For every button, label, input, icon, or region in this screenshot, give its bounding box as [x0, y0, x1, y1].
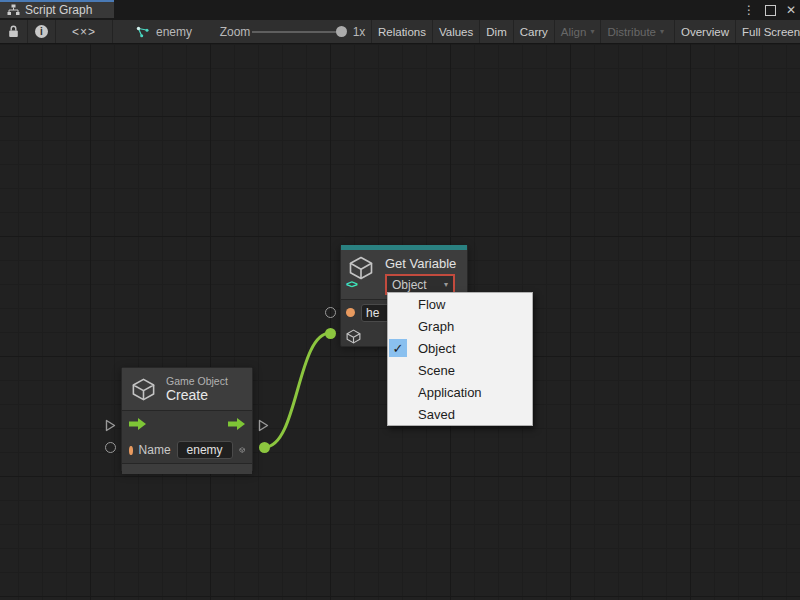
- code-view-button[interactable]: <×>: [56, 20, 112, 43]
- get-variable-output-port-connected[interactable]: [325, 328, 336, 339]
- chevron-down-icon: ▾: [590, 27, 594, 36]
- script-graph-asset-icon: [136, 26, 150, 38]
- graph-name: enemy: [156, 25, 192, 39]
- graph-hierarchy-icon: [7, 4, 20, 16]
- get-variable-title: Get Variable: [385, 256, 456, 271]
- zoom-label-wrap: Zoom: [218, 20, 252, 43]
- zoom-slider-track[interactable]: [252, 31, 343, 33]
- create-node-footer: [122, 463, 252, 474]
- menu-item-graph[interactable]: Graph: [388, 315, 532, 337]
- variable-scope-menu: Flow Graph ✓ Object Scene Application Sa…: [387, 292, 533, 426]
- window-controls: ⋮ ✕: [743, 0, 796, 20]
- title-bar: Script Graph ⋮ ✕: [0, 0, 800, 20]
- check-icon: ✓: [389, 339, 407, 357]
- align-button[interactable]: Align ▾: [554, 20, 601, 43]
- create-node-header: Game Object Create: [122, 368, 252, 411]
- lock-icon: [8, 25, 19, 38]
- relations-button[interactable]: Relations: [371, 20, 432, 43]
- chevron-down-icon: ▾: [444, 280, 448, 289]
- menu-item-flow[interactable]: Flow: [388, 293, 532, 315]
- full-screen-button[interactable]: Full Screen: [735, 20, 800, 43]
- info-button[interactable]: i: [28, 20, 55, 43]
- script-graph-window: Script Graph ⋮ ✕ i <×>: [0, 0, 800, 600]
- cube-icon: [130, 376, 157, 403]
- flow-input-arrow-icon[interactable]: [129, 418, 146, 430]
- flow-row: [122, 411, 252, 437]
- tab-title: Script Graph: [25, 3, 92, 17]
- window-close-icon[interactable]: ✕: [786, 0, 796, 20]
- create-object-output-port-connected[interactable]: [259, 442, 270, 453]
- window-menu-icon[interactable]: ⋮: [743, 0, 755, 20]
- zoom-value-wrap: 1x: [349, 20, 369, 43]
- menu-item-application[interactable]: Application: [388, 381, 532, 403]
- tab-script-graph[interactable]: Script Graph: [0, 0, 114, 18]
- string-input-port[interactable]: [129, 446, 133, 455]
- cube-icon: [345, 328, 362, 345]
- node-type-label: Game Object: [166, 375, 228, 387]
- node-title: Create: [166, 387, 228, 403]
- string-input-port[interactable]: [346, 308, 355, 317]
- menu-item-object[interactable]: ✓ Object: [388, 337, 532, 359]
- flow-output-arrow-icon[interactable]: [228, 418, 245, 430]
- name-row: Name: [122, 437, 252, 463]
- create-name-input-port[interactable]: [105, 442, 116, 453]
- values-button[interactable]: Values: [432, 20, 479, 43]
- graph-toolbar: i <×> enemy Zoom 1x Relations: [0, 20, 800, 44]
- toolbar-buttons: Relations Values Dim Carry Align ▾ Distr…: [371, 20, 800, 43]
- graph-canvas[interactable]: <> Get Variable Object ▾ he: [0, 44, 800, 600]
- menu-item-saved[interactable]: Saved: [388, 403, 532, 425]
- lock-button[interactable]: [0, 20, 27, 43]
- create-game-object-node[interactable]: Game Object Create Name: [121, 367, 253, 472]
- overview-button[interactable]: Overview: [674, 20, 735, 43]
- get-variable-input-port[interactable]: [325, 307, 336, 318]
- distribute-button[interactable]: Distribute ▾: [600, 20, 670, 43]
- cube-icon: [239, 442, 245, 458]
- carry-button[interactable]: Carry: [513, 20, 554, 43]
- chevron-down-icon: ▾: [660, 27, 664, 36]
- graph-breadcrumb[interactable]: enemy: [136, 20, 196, 43]
- dim-button[interactable]: Dim: [479, 20, 512, 43]
- create-flow-input-port[interactable]: [105, 419, 116, 432]
- info-icon: i: [35, 25, 48, 38]
- create-flow-output-port[interactable]: [258, 419, 269, 432]
- zoom-label: Zoom: [220, 25, 251, 39]
- menu-item-scene[interactable]: Scene: [388, 359, 532, 381]
- zoom-slider-handle[interactable]: [336, 26, 347, 37]
- toolbar-separator: [112, 20, 113, 43]
- zoom-value: 1x: [353, 25, 366, 39]
- name-port-label: Name: [139, 443, 171, 457]
- window-maximize-icon[interactable]: [765, 5, 776, 16]
- name-value-input[interactable]: [177, 441, 233, 459]
- variable-code-icon: <>: [346, 278, 357, 290]
- code-icon: <×>: [72, 25, 96, 39]
